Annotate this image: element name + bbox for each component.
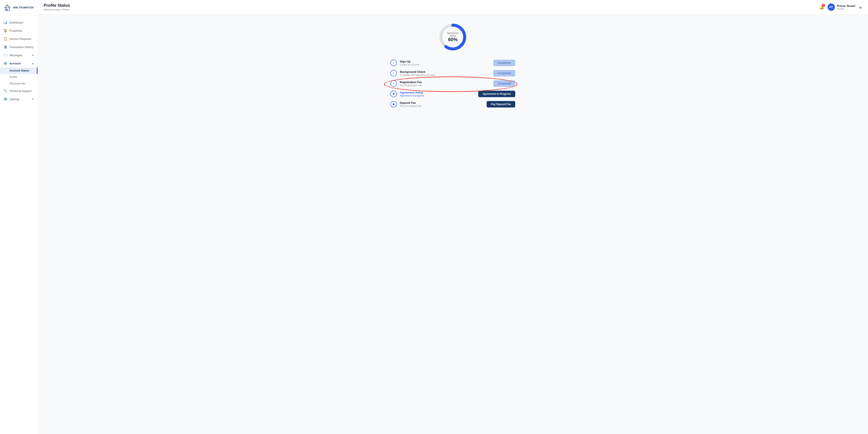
- step-title-background-check: Background Check: [400, 70, 490, 74]
- step-btn-sign-up: Completed: [493, 60, 515, 66]
- sidebar-label-properties: Properties: [9, 29, 22, 32]
- step-title-sign-up: Sign Up: [400, 60, 490, 63]
- user-details: Prince Tenant Tenant: [837, 4, 855, 10]
- step-icon-sign-up: ✓: [391, 60, 397, 66]
- step-desc-background-check: Complete your background check: [400, 74, 490, 76]
- notification-button[interactable]: 🔔 5: [819, 5, 824, 9]
- step-btn-registration-fee: Completed: [493, 80, 515, 87]
- settings-icon: ⚙️: [3, 97, 7, 101]
- service-icon: 📋: [3, 37, 7, 41]
- sidebar-label-support: Technical Support: [9, 89, 32, 93]
- step-desc-registration-fee: Pay Registration Fee: [400, 84, 490, 87]
- step-deposit-fee: Deposit Fee Pay your deposit fee Pay Dep…: [391, 101, 515, 108]
- step-btn-agreement-setup[interactable]: Agreement In Progress: [478, 91, 515, 97]
- step-icon-background-check: ✓: [391, 70, 397, 77]
- sidebar-item-account-status[interactable]: Account Status: [0, 67, 37, 74]
- sidebar-item-account[interactable]: ⚙️ Account ▲: [0, 59, 37, 67]
- sidebar-label-account: Account: [9, 62, 21, 65]
- logo: OME TRUMPETER: [0, 0, 37, 16]
- account-icon: ⚙️: [3, 61, 7, 65]
- settings-chevron: ▼: [32, 98, 34, 100]
- sidebar-item-properties[interactable]: 🏠 Properties: [0, 27, 37, 35]
- sidebar-label-settings: Settings: [9, 97, 20, 101]
- step-info-background-check: Background Check Complete your backgroun…: [400, 70, 490, 76]
- step-icon-registration-fee: ✓: [391, 80, 397, 87]
- sidebar-item-dashboard[interactable]: 📊 Dashboard: [0, 18, 37, 27]
- page-title: Profile Status: [44, 3, 70, 8]
- step-info-agreement-setup: Agreement Setup Agreement in progress: [400, 91, 475, 97]
- sidebar-label-service: Service Requests: [9, 37, 31, 40]
- step-title-deposit-fee: Deposit Fee: [400, 101, 484, 105]
- step-btn-background-check: Completed: [493, 70, 515, 77]
- step-title-agreement-setup: Agreement Setup: [400, 91, 475, 94]
- step-icon-deposit-fee: [391, 101, 397, 108]
- account-chevron: ▲: [32, 62, 34, 65]
- sidebar-item-technical-support[interactable]: 🔧 Technical Support: [0, 87, 37, 95]
- sidebar-item-settings[interactable]: ⚙️ Settings ▼: [0, 95, 37, 103]
- header-left: Profile Status Welcome back, Prince: [44, 3, 70, 11]
- messages-icon: ✉️: [3, 53, 7, 57]
- chart-label: Agreement Setup 60%: [445, 32, 461, 42]
- step-desc-sign-up: Create an account: [400, 63, 490, 66]
- page-subtitle: Welcome back, Prince: [44, 8, 70, 11]
- user-name: Prince Tenant: [837, 4, 855, 7]
- main-content: Profile Status Welcome back, Prince 🔔 5 …: [38, 0, 868, 434]
- step-sign-up: ✓ Sign Up Create an account Completed: [391, 60, 515, 66]
- svg-rect-1: [6, 9, 7, 10]
- sidebar-label-transaction: Transaction History: [9, 46, 34, 49]
- account-submenu: Account Status Profile Personal Info: [0, 67, 37, 87]
- logo-text: OME TRUMPETER: [13, 6, 34, 9]
- sidebar-item-service-requests[interactable]: 📋 Service Requests: [0, 35, 37, 43]
- step-info-deposit-fee: Deposit Fee Pay your deposit fee: [400, 101, 484, 107]
- sidebar-item-messages[interactable]: ✉️ Messages ▼: [0, 51, 37, 59]
- transaction-icon: 🏦: [3, 45, 7, 49]
- step-agreement-setup: Agreement Setup Agreement in progress Ag…: [391, 91, 515, 97]
- dashboard-icon: 📊: [3, 21, 7, 24]
- step-desc-deposit-fee: Pay your deposit fee: [400, 105, 484, 107]
- sidebar-label-messages: Messages: [9, 54, 22, 57]
- user-role: Tenant: [837, 7, 855, 10]
- step-registration-fee: ✓ Registration Fee Pay Registration Fee …: [391, 80, 515, 87]
- sidebar-nav: 📊 Dashboard 🏠 Properties 📋 Service Reque…: [0, 16, 37, 434]
- progress-chart: Agreement Setup 60%: [437, 21, 469, 53]
- sidebar-label-dashboard: Dashboard: [9, 21, 23, 24]
- sidebar-item-profile[interactable]: Profile: [0, 74, 37, 80]
- header-right: 🔔 5 PT Prince Tenant Tenant ⏏: [819, 3, 862, 11]
- messages-chevron: ▼: [32, 54, 34, 56]
- step-background-check: ✓ Background Check Complete your backgro…: [391, 70, 515, 77]
- step-info-sign-up: Sign Up Create an account: [400, 60, 490, 66]
- notification-badge: 5: [822, 4, 825, 7]
- sidebar-item-transaction-history[interactable]: 🏦 Transaction History: [0, 43, 37, 51]
- step-btn-deposit-fee[interactable]: Pay Deposit Fee: [487, 101, 515, 108]
- steps-container: ✓ Sign Up Create an account Completed ✓ …: [391, 60, 515, 108]
- step-info-registration-fee: Registration Fee Pay Registration Fee: [400, 81, 490, 87]
- step-desc-agreement-setup: Agreement in progress: [400, 94, 475, 97]
- sidebar: OME TRUMPETER 📊 Dashboard 🏠 Properties 📋…: [0, 0, 38, 434]
- user-info[interactable]: PT Prince Tenant Tenant: [828, 3, 855, 11]
- properties-icon: 🏠: [3, 29, 7, 32]
- support-icon: 🔧: [3, 89, 7, 93]
- chart-percentage: 60%: [445, 37, 461, 42]
- header: Profile Status Welcome back, Prince 🔔 5 …: [38, 0, 868, 15]
- content-area: Agreement Setup 60% ✓ Sign Up Create an …: [38, 15, 868, 114]
- logout-button[interactable]: ⏏: [859, 5, 862, 9]
- sidebar-item-personal-info[interactable]: Personal Info: [0, 80, 37, 87]
- step-title-registration-fee: Registration Fee: [400, 81, 490, 84]
- step-icon-agreement-setup: [391, 91, 397, 97]
- avatar: PT: [828, 3, 835, 11]
- chart-label-top: Agreement Setup: [445, 32, 461, 37]
